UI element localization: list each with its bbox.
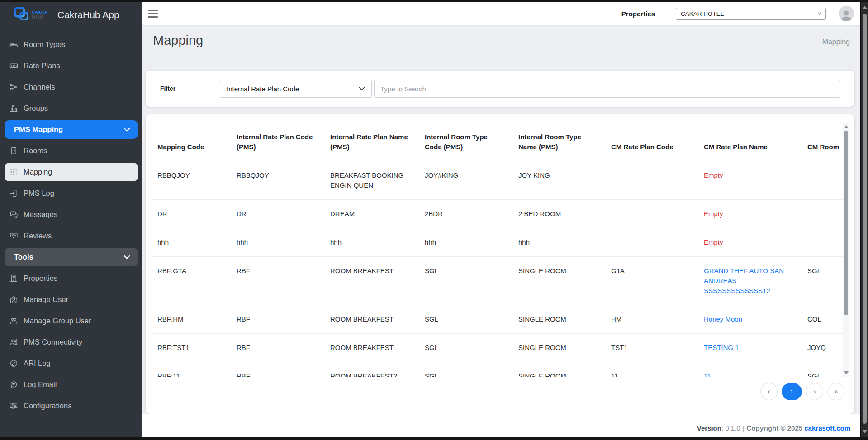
sidebar-item-label: Configurations: [24, 402, 71, 410]
cell-mapping-code: hhh: [151, 228, 230, 257]
table-scrollbar-thumb[interactable]: [844, 131, 848, 315]
organization-icon: [9, 104, 19, 113]
sidebar-item-label: PMS Mapping: [14, 125, 63, 134]
mapping-table-card: Mapping CodeInternal Rate Plan Code (PMS…: [146, 114, 854, 414]
window-chrome-bottom: [0, 437, 868, 440]
sidebar-item-properties[interactable]: Properties: [0, 268, 142, 289]
sidebar-item-label: Reviews: [24, 232, 52, 240]
sidebar-item-reviews[interactable]: Reviews: [0, 225, 142, 246]
sidebar-item-pms-log[interactable]: PMS Log: [0, 183, 142, 204]
cell-rate-plan-code: RBF: [230, 257, 324, 305]
door-icon: [9, 147, 19, 156]
table-row-rbf-11: RBF:11RBFROOM BREAKFEST2SGLSINGLE ROOM11…: [151, 362, 849, 377]
cm-rate-plan-name-link[interactable]: GRAND THEF AUTO SAN ANDREAS SSSSSSSSSSSS…: [704, 267, 784, 294]
cell-room-type-name: SINGLE ROOM: [512, 362, 605, 377]
cell-rate-plan-code: RBF: [230, 305, 324, 334]
search-input[interactable]: [374, 80, 840, 98]
cm-rate-plan-name-link[interactable]: 11: [704, 372, 711, 377]
pagination-prev-button[interactable]: ‹: [760, 383, 778, 400]
cell-cm-room-type-code: [801, 228, 849, 257]
user-group-icon: [9, 317, 19, 326]
cell-cm-rate-plan-name: Honey Moon: [697, 305, 801, 334]
app-name: CakraHub App: [57, 9, 119, 20]
sidebar-item-label: Tools: [14, 253, 33, 261]
window-chrome-top: [0, 0, 868, 2]
scroll-down-arrow-icon[interactable]: [844, 371, 849, 374]
sidebar-item-label: Mapping: [24, 168, 52, 176]
sidebar-item-pms-mapping[interactable]: PMS Mapping: [5, 120, 138, 139]
column-header-cm-rate-plan-name: CM Rate Plan Name: [697, 123, 801, 161]
sidebar-item-mapping[interactable]: Mapping: [5, 163, 138, 181]
filter-field-select[interactable]: Internal Rate Plan Code: [220, 80, 372, 98]
sidebar-item-room-types[interactable]: Room Types: [0, 34, 142, 55]
page-header: Mapping Mapping: [142, 26, 860, 71]
connectivity-icon: [9, 338, 19, 347]
app-window: CAKRA HUB CakraHub App Room TypesRate Pl…: [0, 0, 868, 440]
sidebar-item-label: Channels: [24, 83, 55, 91]
sidebar-item-label: PMS Log: [24, 189, 54, 198]
sidebar-item-rooms[interactable]: Rooms: [0, 140, 142, 161]
reviews-icon: [9, 232, 19, 241]
cell-mapping-code: RBBQJOY: [151, 161, 230, 200]
cell-room-type-name: SINGLE ROOM: [512, 257, 605, 305]
column-header-internal-rate-plan-code-pms-: Internal Rate Plan Code (PMS): [230, 123, 324, 161]
cell-rate-plan-name: BREAKFAST BOOKING ENGIN QUEN: [324, 161, 418, 200]
cell-cm-rate-plan-code: HM: [605, 305, 697, 334]
cell-room-type-code: SGL: [418, 334, 512, 362]
cell-cm-rate-plan-code: 11: [605, 362, 697, 377]
sidebar-item-log-email[interactable]: Log Email: [0, 374, 142, 395]
page-scrollbar-thumb[interactable]: [863, 14, 867, 424]
pagination-last-button[interactable]: »: [827, 383, 844, 400]
pagination-next-button[interactable]: ›: [806, 383, 823, 400]
scroll-up-arrow-icon[interactable]: [844, 125, 849, 128]
cell-cm-room-type-code: SGL: [801, 362, 849, 377]
property-select[interactable]: CAKAR HOTEL ˅: [676, 8, 826, 20]
cell-rate-plan-name: ROOM BREAKFEST: [324, 305, 418, 334]
cell-mapping-code: RBF:TST1: [151, 334, 230, 362]
scroll-down-arrow-icon[interactable]: [862, 430, 868, 433]
cell-cm-room-type-code: [801, 200, 849, 228]
cell-cm-rate-plan-name: Empty: [697, 161, 801, 200]
cell-cm-room-type-code: JOYQ: [801, 334, 849, 362]
sidebar-item-label: Manage Group User: [24, 317, 91, 325]
sidebar-item-manage-user[interactable]: Manage User: [0, 289, 142, 310]
hamburger-menu-icon[interactable]: [148, 10, 158, 18]
column-header-mapping-code: Mapping Code: [151, 123, 230, 161]
sidebar-item-label: Rooms: [24, 147, 47, 155]
table-row-rbf-hm: RBF:HMRBFROOM BREAKFESTSGLSINGLE ROOMHMH…: [151, 305, 849, 334]
sidebar-item-groups[interactable]: Groups: [0, 98, 142, 119]
logo-text-bottom: HUB: [32, 14, 47, 20]
empty-status-text: Empty: [704, 210, 723, 218]
log-email-icon: [9, 380, 19, 389]
sidebar-item-manage-group-user[interactable]: Manage Group User: [0, 310, 142, 331]
avatar[interactable]: [839, 6, 854, 21]
table-scrollbar[interactable]: [843, 123, 849, 377]
sidebar-item-ari-log[interactable]: ARI Log: [0, 353, 142, 374]
cakrasoft-link[interactable]: cakrasoft.com: [804, 424, 850, 432]
messages-icon: [9, 210, 19, 219]
page-scrollbar[interactable]: [860, 2, 868, 437]
cell-rate-plan-code: RBF: [230, 334, 324, 362]
cm-rate-plan-name-link[interactable]: TESTING 1: [704, 344, 739, 351]
scroll-up-arrow-icon[interactable]: [862, 6, 868, 9]
cell-room-type-name: SINGLE ROOM: [512, 305, 605, 334]
building-icon: [9, 274, 19, 283]
topbar: Properties CAKAR HOTEL ˅: [142, 2, 860, 26]
sidebar-item-configurations[interactable]: Configurations: [0, 395, 142, 416]
cell-mapping-code: RBF:11: [151, 362, 230, 377]
pagination-page-1-button[interactable]: 1: [782, 383, 802, 400]
sidebar-item-rate-plans[interactable]: Rate Plans: [0, 55, 142, 76]
cm-rate-plan-name-link[interactable]: Honey Moon: [704, 315, 742, 323]
cell-cm-rate-plan-code: TST1: [605, 334, 697, 362]
table-row-rbbqjoy: RBBQJOYRBBQJOYBREAKFAST BOOKING ENGIN QU…: [151, 161, 849, 200]
sidebar-item-messages[interactable]: Messages: [0, 204, 142, 225]
cell-rate-plan-name: ROOM BREAKFEST: [324, 257, 418, 305]
sidebar-item-pms-connectivity[interactable]: PMS Connectivity: [0, 331, 142, 353]
cell-cm-rate-plan-code: [605, 161, 697, 200]
sidebar-item-channels[interactable]: Channels: [0, 76, 142, 98]
sidebar-item-label: ARI Log: [24, 359, 51, 368]
column-header-internal-room-type-name-pms-: Internal Room Type Name (PMS): [512, 123, 605, 161]
empty-status-text: Empty: [704, 238, 723, 246]
sidebar-item-tools[interactable]: Tools: [5, 248, 138, 266]
filter-field-select-value: Internal Rate Plan Code: [227, 85, 299, 93]
